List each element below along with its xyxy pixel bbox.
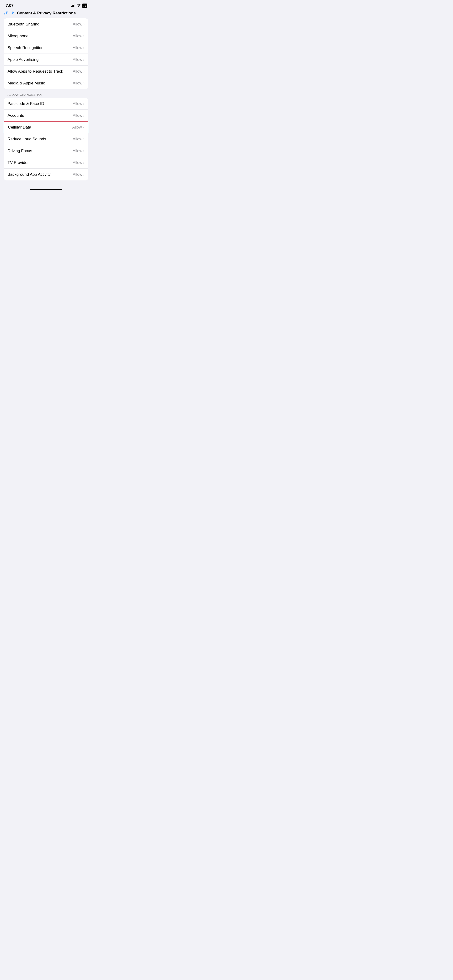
home-indicator (0, 185, 92, 192)
microphone-right: Allow › (73, 34, 85, 38)
passcode-face-id-label: Passcode & Face ID (8, 102, 44, 106)
accounts-chevron-icon: › (83, 113, 85, 118)
tv-provider-right: Allow › (73, 161, 85, 165)
background-app-activity-row[interactable]: Background App Activity Allow › (4, 169, 88, 180)
reduce-loud-sounds-label: Reduce Loud Sounds (8, 137, 46, 142)
driving-focus-row[interactable]: Driving Focus Allow › (4, 145, 88, 157)
cellular-data-chevron-icon: › (83, 125, 84, 129)
allow-changes-header: ALLOW CHANGES TO: (4, 91, 88, 98)
driving-focus-right: Allow › (73, 149, 85, 153)
microphone-label: Microphone (8, 34, 29, 38)
settings-content: Bluetooth Sharing Allow › Microphone All… (0, 18, 92, 180)
speech-recognition-value: Allow (73, 46, 82, 50)
speech-recognition-right: Allow › (73, 46, 85, 50)
bluetooth-sharing-label: Bluetooth Sharing (8, 22, 40, 27)
tv-provider-row[interactable]: TV Provider Allow › (4, 157, 88, 169)
background-app-activity-chevron-icon: › (83, 172, 85, 177)
privacy-settings-group: Bluetooth Sharing Allow › Microphone All… (4, 18, 88, 89)
allow-apps-track-right: Allow › (73, 69, 85, 74)
media-apple-music-chevron-icon: › (83, 81, 85, 85)
driving-focus-label: Driving Focus (8, 149, 32, 153)
reduce-loud-sounds-right: Allow › (73, 137, 85, 142)
battery-level: 79 (83, 4, 86, 7)
passcode-face-id-chevron-icon: › (83, 102, 85, 106)
bluetooth-sharing-value: Allow (73, 22, 82, 27)
microphone-row[interactable]: Microphone Allow › (4, 30, 88, 42)
nav-bar: ‹ B...k Content & Privacy Restrictions (0, 10, 92, 18)
tv-provider-label: TV Provider (8, 161, 29, 165)
apple-advertising-value: Allow (73, 57, 82, 62)
speech-recognition-chevron-icon: › (83, 46, 85, 50)
accounts-row[interactable]: Accounts Allow › (4, 110, 88, 121)
apple-advertising-label: Apple Advertising (8, 57, 38, 62)
reduce-loud-sounds-chevron-icon: › (83, 137, 85, 141)
signal-icon (71, 4, 75, 7)
media-apple-music-label: Media & Apple Music (8, 81, 45, 86)
allow-apps-track-chevron-icon: › (83, 69, 85, 73)
changes-settings-group: Passcode & Face ID Allow › Accounts Allo… (4, 98, 88, 180)
tv-provider-value: Allow (73, 161, 82, 165)
accounts-value: Allow (73, 113, 82, 118)
background-app-activity-label: Background App Activity (8, 172, 51, 177)
reduce-loud-sounds-value: Allow (73, 137, 82, 142)
home-bar (30, 189, 62, 190)
passcode-face-id-value: Allow (73, 102, 82, 106)
speech-recognition-row[interactable]: Speech Recognition Allow › (4, 42, 88, 54)
allow-apps-track-label: Allow Apps to Request to Track (8, 69, 63, 74)
driving-focus-value: Allow (73, 149, 82, 153)
media-apple-music-row[interactable]: Media & Apple Music Allow › (4, 77, 88, 89)
microphone-value: Allow (73, 34, 82, 38)
media-apple-music-right: Allow › (73, 81, 85, 86)
driving-focus-chevron-icon: › (83, 149, 85, 153)
tv-provider-chevron-icon: › (83, 161, 85, 165)
cellular-data-label: Cellular Data (8, 125, 31, 130)
accounts-right: Allow › (73, 113, 85, 118)
status-icons: 79 (71, 3, 87, 8)
apple-advertising-row[interactable]: Apple Advertising Allow › (4, 54, 88, 65)
passcode-face-id-row[interactable]: Passcode & Face ID Allow › (4, 98, 88, 110)
bluetooth-sharing-right: Allow › (73, 22, 85, 27)
status-bar: 7:07 79 (0, 0, 92, 10)
passcode-face-id-right: Allow › (73, 102, 85, 106)
media-apple-music-value: Allow (73, 81, 82, 86)
page-title: Content & Privacy Restrictions (5, 11, 88, 16)
reduce-loud-sounds-row[interactable]: Reduce Loud Sounds Allow › (4, 133, 88, 145)
background-app-activity-right: Allow › (73, 172, 85, 177)
bluetooth-sharing-chevron-icon: › (83, 22, 85, 26)
speech-recognition-label: Speech Recognition (8, 46, 43, 50)
cellular-data-value: Allow (72, 125, 82, 130)
background-app-activity-value: Allow (73, 172, 82, 177)
apple-advertising-right: Allow › (73, 57, 85, 62)
status-time: 7:07 (6, 3, 13, 8)
bluetooth-sharing-row[interactable]: Bluetooth Sharing Allow › (4, 18, 88, 30)
cellular-data-row[interactable]: Cellular Data Allow › (4, 121, 88, 133)
accounts-label: Accounts (8, 113, 24, 118)
apple-advertising-chevron-icon: › (83, 57, 85, 62)
allow-apps-track-value: Allow (73, 69, 82, 74)
allow-apps-track-row[interactable]: Allow Apps to Request to Track Allow › (4, 65, 88, 77)
wifi-icon (77, 4, 81, 8)
battery-icon: 79 (82, 3, 87, 8)
cellular-data-right: Allow › (72, 125, 84, 130)
microphone-chevron-icon: › (83, 34, 85, 38)
